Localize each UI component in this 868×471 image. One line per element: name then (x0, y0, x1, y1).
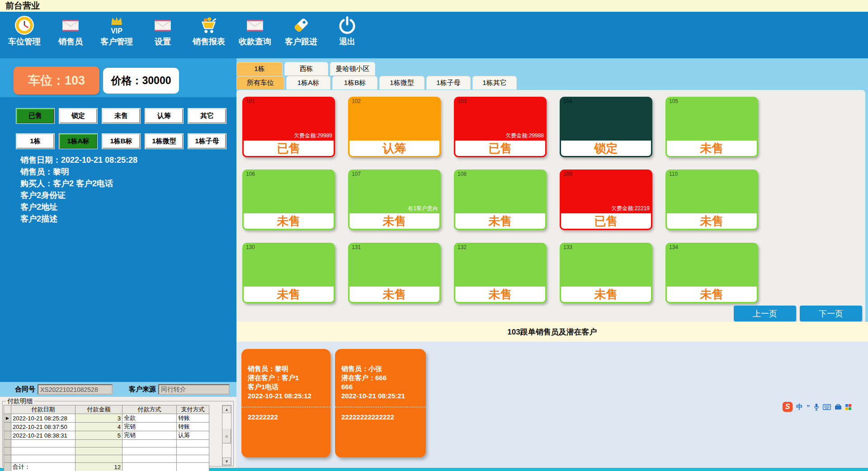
payment-date: 2022-10-21 08:38:31 (11, 431, 75, 440)
status-button-unsold[interactable]: 未售 (102, 108, 140, 123)
parking-space-card[interactable]: 131 未售 (348, 243, 441, 303)
toolbar-item-sales-report[interactable]: 销售报表 (193, 15, 225, 58)
payment-method: 完销 (123, 423, 177, 431)
space-number: 104 (563, 98, 572, 104)
price-chip: 价格：30000 (103, 68, 179, 94)
tab-1b[interactable]: 1栋B标 (332, 76, 377, 89)
sale-info-line: 客户2描述 (20, 213, 137, 225)
parking-row: 101 欠费金额:29989 已售 102 认筹 103 欠费金额:29988 … (242, 97, 758, 157)
parking-space-card[interactable]: 105 未售 (665, 97, 758, 157)
scroll-down-icon[interactable]: ▼ (222, 457, 231, 465)
status-button-sold[interactable]: 已售 (16, 108, 54, 123)
col-header-amount: 付款金额 (75, 405, 123, 414)
svg-text:VIP: VIP (111, 27, 122, 35)
payment-row[interactable]: 2022-10-21 08:38:31 5 完销 认筹 (4, 431, 209, 440)
parking-grid-panel: 101 欠费金额:29989 已售 102 认筹 103 欠费金额:29988 … (236, 90, 865, 324)
toolbox-icon[interactable] (835, 404, 842, 410)
payment-pay: 认筹 (177, 431, 209, 440)
parking-space-card[interactable]: 134 未售 (665, 243, 758, 303)
apps-grid-icon[interactable] (845, 404, 851, 410)
status-button-subscribed[interactable]: 认筹 (145, 108, 183, 123)
toolbar-item-label: 车位管理 (8, 36, 41, 47)
space-status: 锁定 (560, 141, 652, 157)
parking-space-card[interactable]: 133 未售 (560, 243, 652, 303)
toolbar-item-salesperson[interactable]: 销售员 (54, 15, 87, 58)
followup-card[interactable]: 销售员：黎明 潜在客户：客户1 客户1电话 2022-10-21 08:25:1… (241, 349, 330, 457)
tab-all-spaces[interactable]: 所有车位 (236, 76, 284, 89)
followup-card[interactable]: 销售员：小张 潜在客户：666 666 2022-10-21 08:25:21 … (335, 349, 426, 457)
customer-source-input[interactable] (158, 384, 230, 395)
punctuation-icon[interactable]: ” (807, 403, 810, 411)
row-indicator-icon: ▶ (4, 414, 11, 423)
tab-manhattan-community[interactable]: 曼哈顿小区 (330, 62, 375, 75)
parking-space-card[interactable]: 103 欠费金额:29988 已售 (454, 97, 547, 157)
scroll-up-icon[interactable]: ▲ (222, 405, 231, 413)
status-button-other[interactable]: 其它 (188, 108, 226, 123)
space-status: 已售 (242, 141, 335, 157)
parking-row: 130 未售 131 未售 132 未售 133 未售 134 (242, 243, 758, 303)
payment-method: 全款 (123, 414, 177, 423)
sale-info-line: 客户2身份证 (20, 189, 137, 201)
contract-number-input[interactable] (38, 384, 113, 395)
keyboard-icon[interactable] (823, 404, 831, 410)
space-number: 110 (669, 171, 678, 177)
scrollbar-thumb[interactable]: ≡ (222, 429, 231, 443)
followup-line: 潜在客户：666 (341, 373, 420, 382)
space-note: 有1客户意向 (408, 205, 438, 212)
payment-table-scrollbar[interactable]: ▲ ≡ ▼ (222, 405, 231, 466)
toolbar-item-label: 客户跟进 (285, 36, 317, 47)
envelope-icon (245, 15, 265, 36)
payment-details-group: 付款明细 付款日期 付款金额 付款方式 支付方式 ▶ 2022-10-21 08… (0, 397, 236, 468)
building-button-1b[interactable]: 1栋B标 (102, 134, 140, 149)
parking-space-card[interactable]: 110 未售 (665, 170, 758, 230)
tab-building-1[interactable]: 1栋 (236, 62, 283, 75)
payment-row[interactable]: ▶ 2022-10-21 08:25:28 3 全款 转账 (4, 414, 209, 423)
tab-1-tandem[interactable]: 1栋子母 (426, 76, 471, 89)
parking-space-card[interactable]: 107 有1客户意向 未售 (348, 170, 441, 230)
sogou-logo-icon[interactable]: S (783, 402, 793, 412)
next-page-button[interactable]: 下一页 (800, 306, 862, 321)
toolbar-item-customer-management[interactable]: VIP 客户管理 (100, 15, 133, 58)
payment-table: 付款日期 付款金额 付款方式 支付方式 ▶ 2022-10-21 08:25:2… (4, 405, 209, 471)
tab-west-building[interactable]: 西栋 (284, 62, 328, 75)
parking-space-card[interactable]: 101 欠费金额:29989 已售 (242, 97, 335, 157)
building-button-1-tandem[interactable]: 1栋子母 (188, 134, 226, 149)
parking-space-card[interactable]: 102 认筹 (348, 97, 441, 157)
space-status: 未售 (665, 287, 758, 303)
tab-1a[interactable]: 1栋A标 (286, 76, 330, 89)
prev-page-button[interactable]: 上一页 (734, 306, 796, 321)
window-title: 前台营业 (0, 0, 868, 12)
toolbar-item-label: 销售报表 (193, 36, 225, 47)
building-button-1-micro[interactable]: 1栋微型 (145, 134, 183, 149)
building-tabs-row: 1栋 西栋 曼哈顿小区 (236, 62, 375, 75)
tab-1-micro[interactable]: 1栋微型 (379, 76, 425, 89)
followup-line: 2022-10-21 08:25:12 (248, 391, 324, 400)
payment-row[interactable]: 2022-10-21 08:37:50 4 完销 转账 (4, 423, 209, 431)
building-button-1[interactable]: 1栋 (16, 134, 54, 149)
sale-info-line: 客户2地址 (20, 201, 137, 213)
space-status: 未售 (454, 213, 547, 230)
space-status: 未售 (242, 213, 335, 230)
parking-space-card[interactable]: 106 未售 (242, 170, 335, 230)
toolbar-item-exit[interactable]: 退出 (331, 15, 363, 58)
toolbar-item-label: 收款查询 (239, 36, 271, 47)
space-status: 未售 (242, 287, 335, 303)
left-panel: 车位：103 价格：30000 已售 锁定 未售 认筹 其它 1栋 1栋A标 1… (0, 58, 236, 468)
building-button-1a[interactable]: 1栋A标 (59, 134, 97, 149)
space-number: 106 (246, 171, 255, 177)
parking-space-card[interactable]: 104 锁定 (560, 97, 652, 157)
toolbar-item-payment-query[interactable]: 收款查询 (239, 15, 271, 58)
parking-space-card[interactable]: 109 欠费金额:22219 已售 (560, 170, 652, 230)
toolbar-item-customer-followup[interactable]: 客户跟进 (285, 15, 317, 58)
parking-space-card[interactable]: 132 未售 (454, 243, 547, 303)
parking-space-card[interactable]: 108 未售 (454, 170, 547, 230)
toolbar-item-settings[interactable]: 设置 (146, 15, 179, 58)
toolbar-item-parking-management[interactable]: 车位管理 (8, 15, 41, 58)
toolbar-item-label: 客户管理 (100, 36, 133, 47)
microphone-icon[interactable] (814, 403, 819, 411)
payment-details-label: 付款明细 (6, 397, 34, 405)
parking-space-card[interactable]: 130 未售 (242, 243, 335, 303)
status-button-locked[interactable]: 锁定 (59, 108, 97, 123)
tab-1-other[interactable]: 1栋其它 (472, 76, 517, 89)
chinese-mode-icon[interactable]: 中 (796, 403, 803, 411)
